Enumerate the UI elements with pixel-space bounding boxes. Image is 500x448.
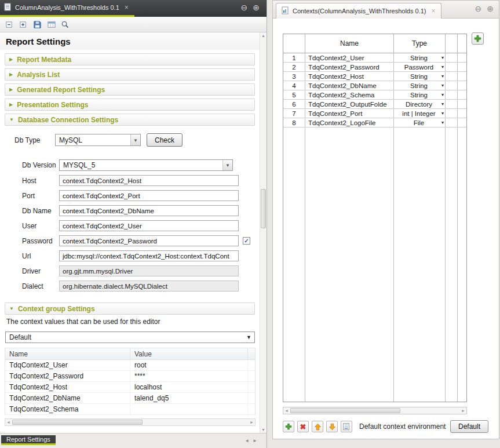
url-input[interactable] xyxy=(59,250,239,261)
vertical-scrollbar[interactable]: ▲ ▼ xyxy=(260,32,267,433)
context-value-cell[interactable]: root xyxy=(130,360,248,370)
table-row[interactable]: 7 TdqContext2_Port int | Integer▾ xyxy=(283,109,466,118)
add-context-button[interactable] xyxy=(472,32,484,45)
layout-icon[interactable] xyxy=(45,19,57,31)
table-row[interactable]: 3 TdqContext2_Host String▾ xyxy=(283,72,466,81)
name-column-header[interactable]: Name xyxy=(5,348,130,359)
default-environment-button[interactable]: Default xyxy=(450,420,488,433)
table-row[interactable]: 1 TdqContext2_User String▾ xyxy=(283,53,466,63)
db-name-input[interactable] xyxy=(59,205,239,216)
remove-context-button[interactable]: ✖ xyxy=(297,421,309,432)
scrollbar-thumb[interactable] xyxy=(290,408,400,413)
scrollbar-thumb[interactable] xyxy=(12,420,143,425)
db-type-select[interactable]: MySQL ▾ xyxy=(55,134,141,146)
context-type-cell[interactable]: Password▾ xyxy=(394,63,446,71)
password-checkbox[interactable]: ✓ xyxy=(243,237,250,245)
section-database-connection-settings[interactable]: ▼ Database Connection Settings xyxy=(5,114,255,126)
scroll-down-icon[interactable]: ▼ xyxy=(260,428,267,432)
close-icon[interactable]: × xyxy=(125,4,129,11)
password-input[interactable] xyxy=(59,235,239,246)
context-type-cell[interactable]: String▾ xyxy=(394,90,446,99)
section-generated-report-settings[interactable]: ▶ Generated Report Settings xyxy=(5,83,255,96)
scroll-up-icon[interactable]: ▲ xyxy=(260,34,267,38)
table-row[interactable]: 8 TdqContext2_LogoFile File▾ xyxy=(283,118,466,128)
chevron-down-icon[interactable]: ▾ xyxy=(222,160,232,170)
scroll-left-icon[interactable]: ◄ xyxy=(284,408,289,414)
scroll-left-icon[interactable]: ◄ xyxy=(6,420,10,425)
save-icon[interactable] xyxy=(31,19,43,31)
maximize-icon[interactable]: ⊕ xyxy=(253,3,260,12)
chevron-down-icon[interactable]: ▼ xyxy=(246,334,251,340)
host-input[interactable] xyxy=(59,175,239,186)
section-context-group-settings[interactable]: ▼ Context group Settings xyxy=(5,303,255,315)
move-up-button[interactable] xyxy=(312,421,323,432)
context-name-cell[interactable]: TdqContext2_Password xyxy=(5,371,130,381)
context-value-cell[interactable]: localhost xyxy=(130,382,248,392)
context-type-cell[interactable]: String▾ xyxy=(394,81,446,90)
table-row[interactable]: TdqContext2_User root xyxy=(5,360,255,371)
maximize-icon[interactable]: ⊕ xyxy=(487,5,494,13)
move-down-button[interactable] xyxy=(326,421,338,432)
context-name-cell[interactable]: TdqContext2_OutputFolde xyxy=(305,100,394,108)
table-row[interactable]: 6 TdqContext2_OutputFolde Directory▾ xyxy=(283,100,466,109)
context-name-cell[interactable]: TdqContext2_User xyxy=(305,53,394,62)
context-type-cell[interactable]: String▾ xyxy=(394,53,446,62)
table-row[interactable]: TdqContext2_DbName talend_dq5 xyxy=(5,393,255,404)
section-report-metadata[interactable]: ▶ Report Metadata xyxy=(5,53,255,65)
table-row[interactable]: 5 TdqContext2_Schema String▾ xyxy=(283,90,466,100)
section-analysis-list[interactable]: ▶ Analysis List xyxy=(5,68,255,81)
table-row[interactable]: 4 TdqContext2_DbName String▾ xyxy=(283,81,466,90)
user-input[interactable] xyxy=(59,220,239,231)
value-column-header[interactable]: Value xyxy=(130,348,248,359)
context-name-cell[interactable]: TdqContext2_User xyxy=(5,360,130,370)
scroll-right-icon[interactable]: ► xyxy=(250,420,254,425)
chevron-down-icon[interactable]: ▾ xyxy=(130,134,140,145)
context-value-cell[interactable]: **** xyxy=(130,371,248,381)
scrollbar-thumb[interactable] xyxy=(261,189,266,228)
port-input[interactable] xyxy=(59,190,239,201)
zoom-icon[interactable] xyxy=(59,19,71,31)
context-type-cell[interactable]: File▾ xyxy=(394,118,446,127)
context-name-cell[interactable]: TdqContext2_DbName xyxy=(5,393,130,403)
context-type-cell[interactable]: String▾ xyxy=(394,72,446,81)
collapse-all-icon[interactable] xyxy=(3,19,16,31)
context-type-cell[interactable]: Directory▾ xyxy=(394,100,446,108)
minimize-icon[interactable]: ⊖ xyxy=(241,3,248,12)
close-icon[interactable]: × xyxy=(431,8,435,14)
context-name-cell[interactable]: TdqContext2_Schema xyxy=(305,90,394,99)
chevron-down-icon[interactable]: ▾ xyxy=(441,55,444,60)
tab-contexts[interactable]: Contexts(ColumnAnalysis_WithThresholds 0… xyxy=(276,3,441,19)
name-column-header[interactable]: Name xyxy=(305,34,394,53)
horizontal-scrollbar[interactable]: ◄ ► xyxy=(5,418,256,426)
editor-tab[interactable]: ColumnAnalysis_WithThresholds 0.1 × xyxy=(0,0,134,17)
context-name-cell[interactable]: TdqContext2_Schema xyxy=(5,404,130,414)
context-value-cell[interactable] xyxy=(130,404,248,414)
context-name-cell[interactable]: TdqContext2_Password xyxy=(305,63,394,71)
expand-all-icon[interactable] xyxy=(17,19,30,31)
chevron-down-icon[interactable]: ▾ xyxy=(441,92,444,97)
context-value-cell[interactable]: talend_dq5 xyxy=(130,393,248,403)
type-column-header[interactable]: Type xyxy=(394,34,446,53)
scroll-right-icon[interactable]: ► xyxy=(461,408,465,414)
tab-report-settings[interactable]: Report Settings xyxy=(1,435,56,445)
chevron-down-icon[interactable]: ▾ xyxy=(441,111,444,116)
table-row[interactable]: TdqContext2_Schema xyxy=(5,404,255,415)
context-environment-select[interactable]: Default ▼ xyxy=(5,332,255,343)
horizontal-scrollbar[interactable]: ◄ ► xyxy=(283,407,467,414)
section-presentation-settings[interactable]: ▶ Presentation Settings xyxy=(5,99,255,111)
table-row[interactable]: 2 TdqContext2_Password Password▾ xyxy=(283,63,466,72)
tab-scroll-arrows[interactable]: ◄► xyxy=(244,438,261,443)
minimize-icon[interactable]: ⊖ xyxy=(475,5,482,13)
context-name-cell[interactable]: TdqContext2_Host xyxy=(5,382,130,392)
chevron-down-icon[interactable]: ▾ xyxy=(441,83,444,88)
add-context-button[interactable] xyxy=(283,421,294,432)
chevron-down-icon[interactable]: ▾ xyxy=(441,101,444,107)
table-row[interactable]: TdqContext2_Password **** xyxy=(5,371,255,382)
chevron-down-icon[interactable]: ▾ xyxy=(441,120,444,125)
context-name-cell[interactable]: TdqContext2_Port xyxy=(305,109,394,118)
chevron-down-icon[interactable]: ▾ xyxy=(441,64,444,70)
table-row[interactable]: TdqContext2_Host localhost xyxy=(5,382,255,393)
context-name-cell[interactable]: TdqContext2_Host xyxy=(305,72,394,81)
db-version-select[interactable]: MYSQL_5 ▾ xyxy=(59,159,233,171)
context-name-cell[interactable]: TdqContext2_LogoFile xyxy=(305,118,394,127)
